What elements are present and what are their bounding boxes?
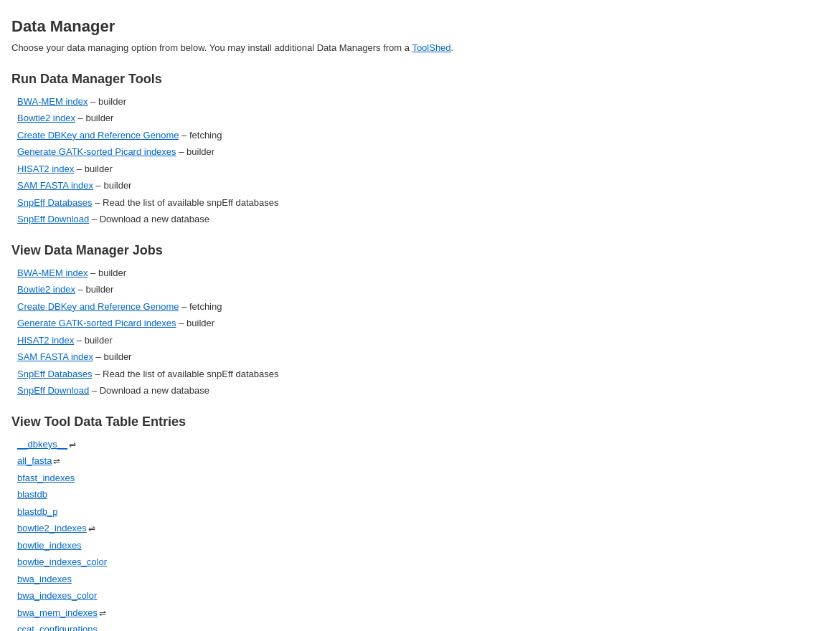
- run-tool-description: – builder: [93, 180, 131, 191]
- run-tool-link[interactable]: SAM FASTA index: [17, 180, 93, 191]
- list-item: bwa_indexes_color: [17, 589, 829, 603]
- table-entries-list: __dbkeys__⇌all_fasta⇌bfast_indexesblastd…: [11, 437, 829, 632]
- table-entry-link[interactable]: ccat_configurations: [17, 624, 98, 631]
- list-item: blastdb_p: [17, 505, 829, 519]
- run-tool-description: – fetching: [179, 130, 222, 141]
- subtitle-before: Choose your data managing option from be…: [11, 42, 412, 53]
- table-entry-link[interactable]: bwa_mem_indexes: [17, 607, 98, 618]
- list-item: all_fasta⇌: [17, 454, 829, 468]
- list-item: bowtie2_indexes⇌: [17, 521, 829, 536]
- view-job-link[interactable]: SnpEff Databases: [17, 369, 93, 379]
- run-tool-description: – builder: [75, 113, 113, 123]
- table-entry-link[interactable]: bowtie_indexes: [17, 540, 82, 551]
- list-item: Create DBKey and Reference Genome – fetc…: [17, 300, 829, 314]
- run-tool-link[interactable]: Generate GATK-sorted Picard indexes: [17, 146, 176, 157]
- view-job-link[interactable]: SnpEff Download: [17, 385, 89, 396]
- list-item: SnpEff Download – Download a new databas…: [17, 384, 829, 398]
- run-tool-description: – builder: [74, 163, 112, 174]
- list-item: HISAT2 index – builder: [17, 162, 829, 176]
- view-job-description: – Read the list of available snpEff data…: [93, 369, 279, 379]
- list-item: __dbkeys__⇌: [17, 437, 829, 452]
- list-item: BWA-MEM index – builder: [17, 95, 829, 109]
- run-tool-link[interactable]: SnpEff Databases: [17, 197, 93, 208]
- list-item: bowtie_indexes_color: [17, 555, 829, 569]
- view-job-link[interactable]: Generate GATK-sorted Picard indexes: [17, 318, 176, 328]
- list-item: SnpEff Databases – Read the list of avai…: [17, 367, 829, 381]
- list-item: ccat_configurations: [17, 622, 829, 631]
- subtitle-after: .: [451, 42, 454, 53]
- run-tool-link[interactable]: Create DBKey and Reference Genome: [17, 130, 179, 141]
- run-tool-link[interactable]: BWA-MEM index: [17, 96, 88, 107]
- view-job-description: – Download a new database: [89, 385, 209, 396]
- arrows-icon: ⇌: [69, 438, 76, 451]
- list-item: blastdb: [17, 488, 829, 502]
- arrows-icon: ⇌: [53, 455, 60, 468]
- table-entry-link[interactable]: bwa_indexes: [17, 574, 72, 584]
- arrows-icon: ⇌: [99, 607, 106, 620]
- view-job-link[interactable]: BWA-MEM index: [17, 267, 88, 278]
- table-entry-link[interactable]: bowtie2_indexes: [17, 523, 87, 533]
- run-tool-description: – Download a new database: [89, 214, 209, 224]
- view-section-heading: View Data Manager Jobs: [11, 241, 829, 260]
- view-job-description: – builder: [75, 284, 113, 295]
- table-entry-link[interactable]: bwa_indexes_color: [17, 590, 97, 601]
- list-item: Bowtie2 index – builder: [17, 283, 829, 297]
- list-item: Bowtie2 index – builder: [17, 111, 829, 125]
- list-item: SAM FASTA index – builder: [17, 350, 829, 364]
- list-item: Generate GATK-sorted Picard indexes – bu…: [17, 145, 829, 159]
- view-job-description: – builder: [93, 351, 131, 362]
- arrows-icon: ⇌: [88, 522, 95, 535]
- list-item: Create DBKey and Reference Genome – fetc…: [17, 128, 829, 143]
- view-job-link[interactable]: Bowtie2 index: [17, 284, 75, 295]
- page-title: Data Manager: [11, 14, 829, 38]
- toolshed-link[interactable]: ToolShed: [412, 42, 450, 53]
- view-job-description: – builder: [74, 335, 112, 346]
- run-tool-link[interactable]: Bowtie2 index: [17, 113, 75, 123]
- list-item: SnpEff Download – Download a new databas…: [17, 212, 829, 227]
- run-tool-description: – Read the list of available snpEff data…: [93, 197, 279, 208]
- view-job-link[interactable]: HISAT2 index: [17, 335, 74, 346]
- run-tool-description: – builder: [176, 146, 214, 157]
- view-job-description: – fetching: [179, 301, 222, 312]
- table-entry-link[interactable]: all_fasta: [17, 455, 52, 466]
- view-job-description: – builder: [88, 267, 126, 278]
- list-item: bfast_indexes: [17, 471, 829, 485]
- page-subtitle: Choose your data managing option from be…: [11, 41, 829, 55]
- list-item: BWA-MEM index – builder: [17, 266, 829, 280]
- table-entry-link[interactable]: bfast_indexes: [17, 473, 75, 483]
- table-section-heading: View Tool Data Table Entries: [11, 412, 829, 432]
- run-tools-list: BWA-MEM index – builderBowtie2 index – b…: [11, 95, 829, 227]
- list-item: Generate GATK-sorted Picard indexes – bu…: [17, 316, 829, 331]
- run-tool-link[interactable]: SnpEff Download: [17, 214, 89, 224]
- view-job-link[interactable]: Create DBKey and Reference Genome: [17, 301, 179, 312]
- run-tool-link[interactable]: HISAT2 index: [17, 163, 74, 174]
- list-item: SAM FASTA index – builder: [17, 179, 829, 193]
- list-item: bwa_mem_indexes⇌: [17, 606, 829, 620]
- view-jobs-list: BWA-MEM index – builderBowtie2 index – b…: [11, 266, 829, 398]
- list-item: SnpEff Databases – Read the list of avai…: [17, 196, 829, 210]
- run-tool-description: – builder: [88, 96, 126, 107]
- list-item: HISAT2 index – builder: [17, 333, 829, 348]
- view-job-link[interactable]: SAM FASTA index: [17, 351, 93, 362]
- list-item: bwa_indexes: [17, 572, 829, 587]
- run-section-heading: Run Data Manager Tools: [11, 70, 829, 89]
- table-entry-link[interactable]: blastdb: [17, 489, 47, 500]
- list-item: bowtie_indexes: [17, 539, 829, 553]
- view-job-description: – builder: [176, 318, 214, 328]
- table-entry-link[interactable]: __dbkeys__: [17, 439, 67, 450]
- table-entry-link[interactable]: bowtie_indexes_color: [17, 556, 107, 567]
- table-entry-link[interactable]: blastdb_p: [17, 506, 57, 517]
